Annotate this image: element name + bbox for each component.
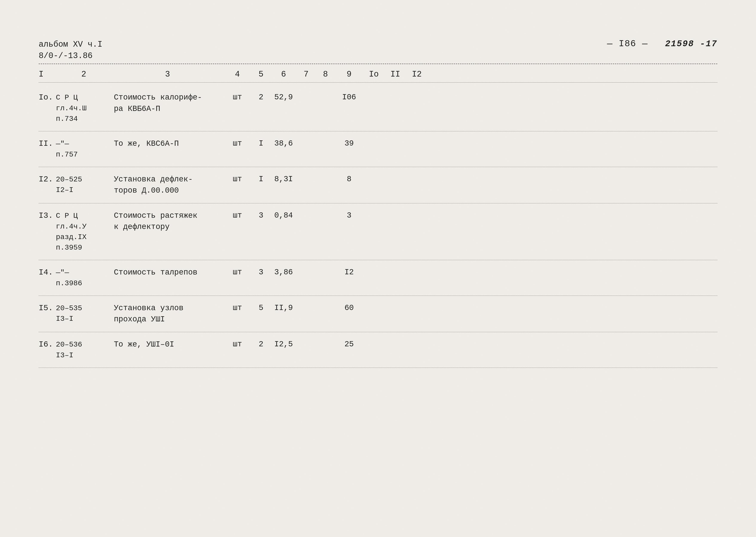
row-16-price: I2,5 (271, 339, 296, 349)
row-16-ref: 20–536 I3–I (56, 339, 112, 361)
row-15-col7 (296, 303, 316, 304)
data-rows: Io. С Р Ц гл.4ч.Ш п.734 Стоимость калори… (39, 86, 717, 368)
row-15-price: II,9 (271, 303, 296, 312)
col-header-1: I (39, 70, 56, 79)
row-15-col12 (406, 303, 428, 304)
row-14-col12 (406, 267, 428, 268)
row-11-col7 (296, 138, 316, 139)
row-12-unit: шт (223, 174, 251, 184)
row-14-col11 (385, 267, 406, 268)
col-header-3: 3 (112, 70, 223, 79)
row-16-col11 (385, 339, 406, 340)
doc-code: 21598 -17 (665, 39, 717, 49)
row-15-col11 (385, 303, 406, 304)
row-10-price: 52,9 (271, 92, 296, 102)
row-14-qty: 3 (251, 267, 271, 277)
row-16-col8 (316, 339, 335, 340)
row-10-num: Io. (39, 92, 56, 102)
row-16-num: I6. (39, 339, 56, 349)
row-14-col8 (316, 267, 335, 268)
row-10-col11 (385, 92, 406, 93)
row-sep-13 (39, 260, 717, 260)
row-12-num: I2. (39, 174, 56, 184)
row-10-col9: I06 (335, 92, 363, 102)
table-row: I4. —"— п.3986 Стоимость талрепов шт 3 3… (39, 261, 717, 295)
page-number: — I86 — (607, 39, 648, 49)
row-11-col12 (406, 138, 428, 139)
row-10-ref: С Р Ц гл.4ч.Ш п.734 (56, 92, 112, 124)
row-sep-14 (39, 296, 717, 296)
row-13-unit: шт (223, 210, 251, 220)
col-separator (39, 82, 717, 83)
row-15-col10 (363, 303, 385, 304)
row-12-price: 8,3I (271, 174, 296, 184)
row-12-col11 (385, 174, 406, 175)
row-12-col9: 8 (335, 174, 363, 184)
album-date: 8/0-/-13.86 (39, 50, 120, 62)
header-left: альбом XV ч.I 8/0-/-13.86 (39, 39, 120, 62)
row-11-desc: То же, КВС6А-П (112, 138, 223, 149)
row-14-desc: Стоимость талрепов (112, 267, 223, 278)
col-header-10: Io (363, 70, 385, 79)
col-header-2: 2 (56, 70, 112, 79)
row-15-desc: Установка узлов прохода УШI (112, 303, 223, 325)
row-12-col8 (316, 174, 335, 175)
row-12-col7 (296, 174, 316, 175)
row-16-desc: То же, УШI–0I (112, 339, 223, 350)
table-row: II. —"— п.757 То же, КВС6А-П шт I 38,6 3… (39, 132, 717, 166)
row-11-price: 38,6 (271, 138, 296, 148)
row-15-ref: 20–535 I3–I (56, 303, 112, 324)
album-title: альбом XV ч.I (39, 39, 120, 50)
row-14-col7 (296, 267, 316, 268)
row-13-col11 (385, 210, 406, 211)
row-12-ref: 20–525 I2–I (56, 174, 112, 196)
row-12-col12 (406, 174, 428, 175)
row-13-col7 (296, 210, 316, 211)
row-12-col10 (363, 174, 385, 175)
row-14-col10 (363, 267, 385, 268)
row-11-col11 (385, 138, 406, 139)
row-11-unit: шт (223, 138, 251, 148)
row-13-num: I3. (39, 210, 56, 220)
row-13-price: 0,84 (271, 210, 296, 220)
header-area: альбом XV ч.I 8/0-/-13.86 — I86 — 21598 … (39, 39, 717, 62)
row-13-col8 (316, 210, 335, 211)
row-14-ref: —"— п.3986 (56, 267, 112, 289)
col-header-5: 5 (251, 70, 271, 79)
column-headers: I 2 3 4 5 6 7 8 9 Io II I2 (39, 66, 717, 81)
row-14-unit: шт (223, 267, 251, 277)
row-10-qty: 2 (251, 92, 271, 102)
row-15-num: I5. (39, 303, 56, 312)
table-row: I6. 20–536 I3–I То же, УШI–0I шт 2 I2,5 … (39, 333, 717, 367)
row-10-desc: Стоимость калорифе- ра КВБ6А-П (112, 92, 223, 114)
col-header-11: II (385, 70, 406, 79)
row-10-col12 (406, 92, 428, 93)
table-row: I5. 20–535 I3–I Установка узлов прохода … (39, 297, 717, 331)
row-15-col8 (316, 303, 335, 304)
row-11-col10 (363, 138, 385, 139)
row-13-qty: 3 (251, 210, 271, 220)
row-10-col7 (296, 92, 316, 93)
row-14-col9: I2 (335, 267, 363, 277)
row-15-col9: 60 (335, 303, 363, 312)
col-header-9: 9 (335, 70, 363, 79)
row-sep-12 (39, 203, 717, 203)
table-row: I3. С Р Ц гл.4ч.У разд.IX п.3959 Стоимос… (39, 204, 717, 259)
col-header-8: 8 (316, 70, 335, 79)
row-16-col9: 25 (335, 339, 363, 349)
row-16-col12 (406, 339, 428, 340)
row-14-price: 3,86 (271, 267, 296, 277)
row-11-col8 (316, 138, 335, 139)
row-16-col10 (363, 339, 385, 340)
row-sep-11 (39, 167, 717, 167)
row-10-unit: шт (223, 92, 251, 102)
row-11-num: II. (39, 138, 56, 148)
row-11-col9: 39 (335, 138, 363, 148)
row-16-unit: шт (223, 339, 251, 349)
header-right: — I86 — 21598 -17 (607, 39, 717, 49)
row-12-desc: Установка дефлек- торов Д.00.000 (112, 174, 223, 196)
table-row: Io. С Р Ц гл.4ч.Ш п.734 Стоимость калори… (39, 86, 717, 130)
col-header-4: 4 (223, 70, 251, 79)
table-row: I2. 20–525 I2–I Установка дефлек- торов … (39, 168, 717, 202)
row-11-qty: I (251, 138, 271, 148)
